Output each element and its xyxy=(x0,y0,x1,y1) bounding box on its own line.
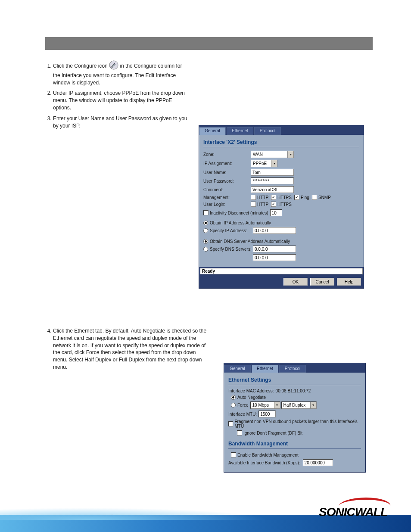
zone-value: WAN xyxy=(251,152,287,157)
bw-title: Bandwidth Management xyxy=(228,439,361,449)
ignore-df-label: Ignore Don't Fragment (DF) Bit xyxy=(243,431,302,436)
auto-neg-radio[interactable] xyxy=(231,395,236,400)
mgmt-http-check[interactable] xyxy=(251,195,256,200)
inactivity-label: Inactivity Disconnect (minutes) xyxy=(210,211,268,215)
userpass-input[interactable] xyxy=(251,177,294,184)
specify-ip-radio[interactable] xyxy=(203,228,208,233)
obtain-ip-label: Obtain IP Address Automatically xyxy=(210,221,271,225)
duplex-select[interactable]: Half Duplex ▾ xyxy=(281,401,317,409)
tab-general[interactable]: General xyxy=(199,127,226,135)
zone-select[interactable]: WAN ▾ xyxy=(251,151,294,158)
mac-value: 00:06:B1:11:00:72 xyxy=(276,389,311,393)
dns1-input[interactable] xyxy=(253,246,296,252)
duplex-value: Half Duplex xyxy=(282,403,310,408)
speed-select[interactable]: 10 Mbps ▾ xyxy=(250,401,280,409)
mtu-input[interactable] xyxy=(258,411,276,417)
comment-input[interactable] xyxy=(251,186,294,193)
specify-ip-label: Specify IP Address: xyxy=(210,228,253,233)
step-1: Click the Configure icon in the Configur… xyxy=(53,60,187,86)
step-1-prefix: Click the Configure icon xyxy=(53,63,109,69)
mtu-label: Interface MTU: xyxy=(228,412,257,417)
dialog2-section-title: Ethernet Settings xyxy=(228,375,361,385)
tab2-protocol[interactable]: Protocol xyxy=(279,365,306,373)
speed-value: 10 Mbps xyxy=(251,403,274,408)
userlogin-http-text: HTTP xyxy=(257,202,268,207)
force-label: Force xyxy=(237,403,249,408)
svg-point-1 xyxy=(111,66,112,68)
userlogin-label: User Login: xyxy=(203,202,251,207)
ipassign-select[interactable]: PPPoE ▾ xyxy=(251,160,277,167)
avail-bw-input[interactable] xyxy=(303,459,333,466)
mgmt-ping-check[interactable] xyxy=(294,195,299,200)
tab-ethernet[interactable]: Ethernet xyxy=(227,127,253,135)
mgmt-snmp-check[interactable] xyxy=(312,195,317,200)
userlogin-https-text: HTTPS xyxy=(277,202,292,207)
fragment-label: Fragment non-VPN outbound packets larger… xyxy=(234,419,361,429)
chevron-down-icon: ▾ xyxy=(287,151,293,158)
username-label: User Name: xyxy=(203,170,251,175)
mgmt-http-text: HTTP xyxy=(257,195,268,200)
specify-dns-label: Specify DNS Servers: xyxy=(210,247,253,252)
specify-ip-input[interactable] xyxy=(253,227,296,234)
mgmt-snmp-text: SNMP xyxy=(318,195,331,200)
enable-bw-label: Enable Bandwidth Management xyxy=(237,453,299,457)
mgmt-https-text: HTTPS xyxy=(277,195,292,200)
page-footer: ▷ SONICWALL xyxy=(0,498,411,532)
step-4: Click the Ethernet tab. By default, Auto… xyxy=(53,327,211,371)
dns2-input[interactable] xyxy=(253,254,296,261)
ignore-df-check[interactable] xyxy=(237,430,242,436)
specify-dns-radio[interactable] xyxy=(203,247,208,252)
chevron-down-icon: ▾ xyxy=(310,402,316,408)
cancel-button[interactable]: Cancel xyxy=(310,278,334,286)
step-3: Enter your User Name and User Password a… xyxy=(53,115,187,130)
configure-icon xyxy=(109,60,118,72)
tab-protocol[interactable]: Protocol xyxy=(254,127,281,135)
chevron-down-icon: ▾ xyxy=(271,160,277,167)
mac-label: Interface MAC Address: xyxy=(228,389,274,393)
tab2-ethernet[interactable]: Ethernet xyxy=(252,365,278,373)
userpass-label: User Password: xyxy=(203,179,251,184)
username-input[interactable] xyxy=(251,169,294,176)
dialog1-tabs: General Ethernet Protocol xyxy=(199,125,364,135)
auto-neg-label: Auto Negotiate xyxy=(237,395,266,400)
userlogin-http-check[interactable] xyxy=(251,202,256,207)
status-bar: Ready xyxy=(200,268,363,274)
edit-interface-dialog: General Ethernet Protocol Interface 'X2'… xyxy=(199,125,364,289)
ipassign-value: PPPoE xyxy=(251,161,271,166)
tab2-general[interactable]: General xyxy=(224,365,251,373)
mgmt-ping-text: Ping xyxy=(301,195,309,200)
ethernet-settings-dialog: General Ethernet Protocol Ethernet Setti… xyxy=(224,363,366,473)
obtain-ip-radio[interactable] xyxy=(203,221,208,225)
ok-button[interactable]: OK xyxy=(283,278,308,286)
ipassign-label: IP Assignment: xyxy=(203,161,251,166)
sonicwall-logo: SONICWALL xyxy=(319,505,387,519)
dialog1-section-title: Interface 'X2' Settings xyxy=(203,137,359,147)
obtain-dns-label: Obtain DNS Server Address Automatically xyxy=(210,239,290,244)
userlogin-https-check[interactable] xyxy=(271,202,276,207)
comment-label: Comment: xyxy=(203,187,251,192)
dialog2-tabs: General Ethernet Protocol xyxy=(224,363,365,373)
force-radio[interactable] xyxy=(231,403,236,408)
enable-bw-check[interactable] xyxy=(231,452,236,457)
help-button[interactable]: Help xyxy=(337,278,361,286)
avail-bw-label: Available Interface Bandwidth (Kbps): xyxy=(228,460,300,465)
inactivity-input[interactable] xyxy=(270,209,282,216)
inactivity-check[interactable] xyxy=(203,210,209,215)
fragment-check[interactable] xyxy=(228,421,233,426)
header-gray-bar xyxy=(45,37,373,50)
chevron-down-icon: ▾ xyxy=(274,402,280,408)
mgmt-https-check[interactable] xyxy=(271,195,276,200)
mgmt-label: Management: xyxy=(203,195,251,200)
zone-label: Zone: xyxy=(203,152,251,157)
step-2: Under IP assignment, choose PPPoE from t… xyxy=(53,90,187,111)
obtain-dns-radio[interactable] xyxy=(203,239,208,244)
